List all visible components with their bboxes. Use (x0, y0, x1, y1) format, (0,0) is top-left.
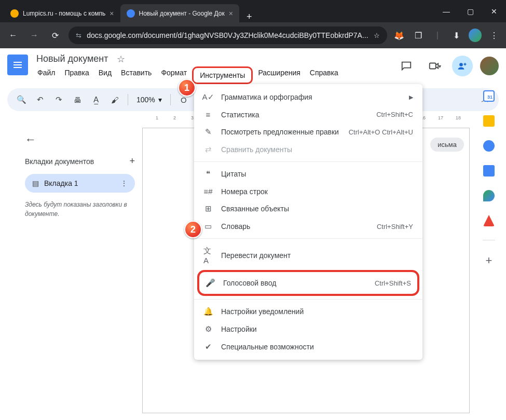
site-info-icon[interactable]: ⇆ (76, 32, 81, 39)
menu-item[interactable]: ▭СловарьCtrl+Shift+Y (194, 218, 422, 235)
menu-item[interactable]: ✔Специальные возможности (194, 338, 422, 356)
menu-tools[interactable]: Инструменты (192, 66, 253, 84)
menu-insert[interactable]: Вставить (117, 66, 156, 84)
menu-item[interactable]: ⊞Связанные объекты (194, 200, 422, 218)
menu-item[interactable]: ≡СтатистикаCtrl+Shift+C (194, 106, 422, 123)
addon-icon[interactable] (483, 215, 495, 226)
menu-extensions[interactable]: Расширения (254, 66, 304, 84)
menu-item-label: Связанные объекты (221, 205, 413, 213)
new-tab-button[interactable]: + (239, 11, 259, 22)
zoom-select[interactable]: 100%▾ (133, 96, 165, 104)
add-tab-icon[interactable]: + (129, 156, 135, 167)
downloads-icon[interactable]: ⬇ (449, 28, 463, 43)
maximize-button[interactable]: ▢ (458, 0, 482, 22)
meet-button[interactable]: ▾ (424, 56, 445, 76)
undo-icon[interactable]: ↶ (32, 92, 48, 107)
profile-avatar[interactable] (469, 29, 482, 42)
menu-item-icon: ❝ (203, 169, 213, 179)
bookmark-icon[interactable]: ☆ (374, 32, 380, 39)
browser-tab-1[interactable]: Новый документ - Google Док × (120, 4, 239, 22)
tasks-icon[interactable] (483, 140, 495, 152)
menu-shortcut: Ctrl+Shift+Y (377, 223, 413, 231)
chevron-right-icon: ▶ (409, 94, 413, 101)
close-icon[interactable]: × (110, 9, 114, 18)
menu-item: ⇄Сравнить документы (194, 141, 422, 158)
menu-edit[interactable]: Правка (60, 66, 93, 84)
close-icon[interactable]: × (229, 9, 233, 18)
contacts-icon[interactable] (483, 165, 495, 177)
menu-item-label: Сравнить документы (221, 145, 413, 154)
browser-menu-icon[interactable]: ⋮ (487, 28, 501, 43)
menu-item-label: Настройки (221, 325, 413, 333)
print-icon[interactable]: 🖶 (70, 92, 85, 107)
document-tabs-sidebar: ← Вкладки документов + ▤ Вкладка 1 ⋮ Зде… (7, 128, 142, 413)
minimize-button[interactable]: — (434, 0, 458, 22)
menu-item-icon: 文A (203, 246, 213, 265)
separator: | (430, 28, 444, 43)
star-icon[interactable]: ☆ (117, 53, 125, 65)
keep-icon[interactable] (483, 115, 495, 127)
menu-item-icon: 🔔 (203, 307, 213, 316)
menu-item-label: Посмотреть предложенные правки (221, 128, 340, 136)
menu-item[interactable]: ⚙Настройки (194, 320, 422, 338)
ruler-tick: 17 (438, 115, 443, 120)
menu-file[interactable]: Файл (33, 66, 59, 84)
tab-title: Новый документ - Google Док (139, 10, 225, 17)
menu-item-icon: ▭ (203, 222, 213, 231)
callout-2: 2 (184, 221, 202, 238)
doc-title[interactable]: Новый документ (33, 52, 112, 65)
menu-item-label: Настройки уведомлений (221, 307, 413, 316)
add-addon-icon[interactable]: + (486, 254, 493, 267)
menu-item[interactable]: A✓Грамматика и орфография▶ (194, 88, 422, 106)
maps-icon[interactable] (483, 190, 495, 201)
spellcheck-icon[interactable]: A̲ (88, 92, 104, 107)
extensions-icon[interactable]: ❐ (411, 28, 425, 43)
menu-separator (194, 238, 422, 239)
menu-item-icon: ✔ (203, 342, 213, 351)
redo-icon[interactable]: ↷ (51, 92, 66, 107)
ruler-tick: 18 (456, 115, 461, 120)
paint-format-icon[interactable]: 🖌 (107, 92, 122, 107)
menu-separator (194, 299, 422, 300)
menu-shortcut: Ctrl+Shift+S (375, 279, 411, 287)
tab-title: Lumpics.ru - помощь с компь (23, 10, 105, 17)
building-block-chip[interactable]: исьма (430, 138, 464, 152)
extension-icon-1[interactable]: 🦊 (392, 28, 406, 43)
menu-item[interactable]: ❝Цитаты (194, 165, 422, 183)
share-button[interactable] (452, 56, 473, 76)
menu-item-label: Специальные возможности (221, 343, 413, 351)
comments-button[interactable] (396, 56, 417, 76)
menu-item-label: Перевести документ (221, 251, 413, 260)
tools-dropdown: A✓Грамматика и орфография▶≡СтатистикаCtr… (194, 84, 422, 360)
menu-item-label: Номера строк (221, 187, 413, 196)
back-button[interactable]: ← (5, 27, 21, 44)
sidebar-title: Вкладки документов (25, 157, 94, 166)
menu-item-icon: ≡ (203, 110, 213, 119)
close-window-button[interactable]: ✕ (482, 0, 506, 22)
separator (128, 94, 128, 105)
reload-button[interactable]: ⟳ (47, 27, 63, 44)
menu-item[interactable]: 🎤Голосовой вводCtrl+Shift+S (197, 270, 419, 296)
menu-help[interactable]: Справка (306, 66, 343, 84)
separator (170, 94, 171, 105)
address-bar[interactable]: ⇆ docs.google.com/document/d/1ghagNVSB0V… (69, 26, 387, 44)
docs-logo[interactable] (7, 55, 28, 75)
menu-item-icon: 🎤 (206, 278, 215, 288)
menu-separator (194, 161, 422, 162)
calendar-icon[interactable]: 31 (483, 90, 495, 102)
menu-item[interactable]: 文AПеревести документ (194, 242, 422, 269)
menu-item[interactable]: 🔔Настройки уведомлений (194, 303, 422, 320)
menu-view[interactable]: Вид (94, 66, 116, 84)
browser-toolbar: ← → ⟳ ⇆ docs.google.com/document/d/1ghag… (0, 22, 506, 48)
menu-item[interactable]: ≡#Номера строк (194, 183, 422, 200)
document-tab-1[interactable]: ▤ Вкладка 1 ⋮ (25, 174, 135, 193)
menu-item-icon: ✎ (203, 127, 213, 137)
browser-tab-0[interactable]: Lumpics.ru - помощь с компь × (4, 4, 120, 22)
forward-button[interactable]: → (26, 27, 43, 44)
menu-item[interactable]: ✎Посмотреть предложенные правкиCtrl+Alt+… (194, 123, 422, 141)
account-avatar[interactable] (480, 57, 499, 75)
search-icon[interactable]: 🔍 (13, 92, 29, 107)
back-arrow-icon[interactable]: ← (25, 133, 135, 146)
tab-menu-icon[interactable]: ⋮ (120, 179, 128, 187)
menu-item-label: Статистика (221, 111, 368, 119)
